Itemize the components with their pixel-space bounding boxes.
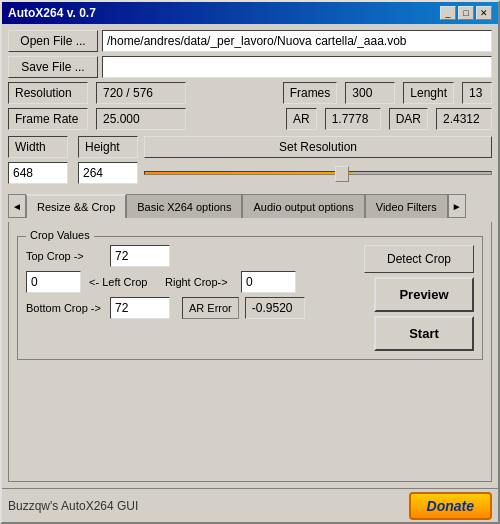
tab-audio-output[interactable]: Audio output options bbox=[242, 194, 364, 218]
tab-basic-x264[interactable]: Basic X264 options bbox=[126, 194, 242, 218]
left-crop-input[interactable] bbox=[26, 271, 81, 293]
resolution-label: Resolution bbox=[8, 82, 88, 104]
crop-group-label: Crop Values bbox=[26, 229, 94, 241]
height-label: Height bbox=[78, 136, 138, 158]
start-button[interactable]: Start bbox=[374, 316, 474, 351]
framerate-label: Frame Rate bbox=[8, 108, 88, 130]
close-button[interactable]: ✕ bbox=[476, 6, 492, 20]
crop-fields: Top Crop -> <- Left Crop Right Crop-> bbox=[26, 245, 356, 351]
left-crop-row: <- Left Crop Right Crop-> bbox=[26, 271, 356, 293]
donate-button[interactable]: Donate bbox=[409, 492, 492, 520]
right-crop-label: Right Crop-> bbox=[165, 276, 237, 288]
size-row: Width Height Set Resolution bbox=[8, 136, 492, 158]
framerate-value: 25.000 bbox=[96, 108, 186, 130]
window-controls: _ □ ✕ bbox=[440, 6, 492, 20]
save-file-button[interactable]: Save File ... bbox=[8, 56, 98, 78]
crop-layout: Top Crop -> <- Left Crop Right Crop-> bbox=[26, 245, 474, 351]
bottom-crop-input[interactable] bbox=[110, 297, 170, 319]
slider-fill bbox=[145, 172, 353, 174]
bottom-crop-row: Bottom Crop -> AR Error -0.9520 bbox=[26, 297, 356, 319]
width-label: Width bbox=[8, 136, 68, 158]
top-crop-row: Top Crop -> bbox=[26, 245, 356, 267]
size-values-row bbox=[8, 162, 492, 184]
file-path-input[interactable] bbox=[102, 30, 492, 52]
title-bar: AutoX264 v. 0.7 _ □ ✕ bbox=[2, 2, 498, 24]
tab-panel: Crop Values Top Crop -> <- Left Crop bbox=[8, 222, 492, 482]
frames-value: 300 bbox=[345, 82, 395, 104]
left-crop-label: <- Left Crop bbox=[89, 276, 161, 288]
length-label: Lenght bbox=[403, 82, 454, 104]
save-path-input[interactable] bbox=[102, 56, 492, 78]
content-area: Open File ... Save File ... Resolution 7… bbox=[2, 24, 498, 488]
info-row1: Resolution 720 / 576 Frames 300 Lenght 1… bbox=[8, 82, 492, 104]
ar-error-label: AR Error bbox=[182, 297, 239, 319]
dar-value: 2.4312 bbox=[436, 108, 492, 130]
preview-button[interactable]: Preview bbox=[374, 277, 474, 312]
right-crop-input[interactable] bbox=[241, 271, 296, 293]
ar-error-value: -0.9520 bbox=[245, 297, 305, 319]
resolution-value: 720 / 576 bbox=[96, 82, 186, 104]
slider-thumb[interactable] bbox=[335, 166, 349, 182]
tab-resize-crop[interactable]: Resize && Crop bbox=[26, 194, 126, 218]
detect-crop-button[interactable]: Detect Crop bbox=[364, 245, 474, 273]
height-input[interactable] bbox=[78, 162, 138, 184]
open-file-row: Open File ... bbox=[8, 30, 492, 52]
open-file-button[interactable]: Open File ... bbox=[8, 30, 98, 52]
ar-value: 1.7778 bbox=[325, 108, 381, 130]
slider-track bbox=[144, 171, 492, 175]
credit-label: Buzzqw's AutoX264 GUI bbox=[8, 499, 138, 513]
info-row2: Frame Rate 25.000 AR 1.7778 DAR 2.4312 bbox=[8, 108, 492, 130]
frames-label: Frames bbox=[283, 82, 338, 104]
save-file-row: Save File ... bbox=[8, 56, 492, 78]
tab-video-filters[interactable]: Video Filters bbox=[365, 194, 448, 218]
set-resolution-button[interactable]: Set Resolution bbox=[144, 136, 492, 158]
restore-button[interactable]: □ bbox=[458, 6, 474, 20]
top-crop-input[interactable] bbox=[110, 245, 170, 267]
tab-prev-button[interactable]: ◄ bbox=[8, 194, 26, 218]
tab-next-button[interactable]: ► bbox=[448, 194, 466, 218]
minimize-button[interactable]: _ bbox=[440, 6, 456, 20]
preview-start-col: Preview Start bbox=[374, 277, 474, 351]
tab-bar: ◄ Resize && Crop Basic X264 options Audi… bbox=[8, 192, 492, 218]
ar-label: AR bbox=[286, 108, 317, 130]
main-window: AutoX264 v. 0.7 _ □ ✕ Open File ... Save… bbox=[0, 0, 500, 524]
bottom-bar: Buzzqw's AutoX264 GUI Donate bbox=[2, 488, 498, 522]
window-title: AutoX264 v. 0.7 bbox=[8, 6, 96, 20]
right-actions: Detect Crop Preview Start bbox=[364, 245, 474, 351]
crop-values-group: Crop Values Top Crop -> <- Left Crop bbox=[17, 236, 483, 360]
resolution-slider[interactable] bbox=[144, 162, 492, 184]
dar-label: DAR bbox=[389, 108, 428, 130]
width-input[interactable] bbox=[8, 162, 68, 184]
bottom-crop-label: Bottom Crop -> bbox=[26, 302, 106, 314]
length-value: 13 bbox=[462, 82, 492, 104]
top-crop-label: Top Crop -> bbox=[26, 250, 106, 262]
